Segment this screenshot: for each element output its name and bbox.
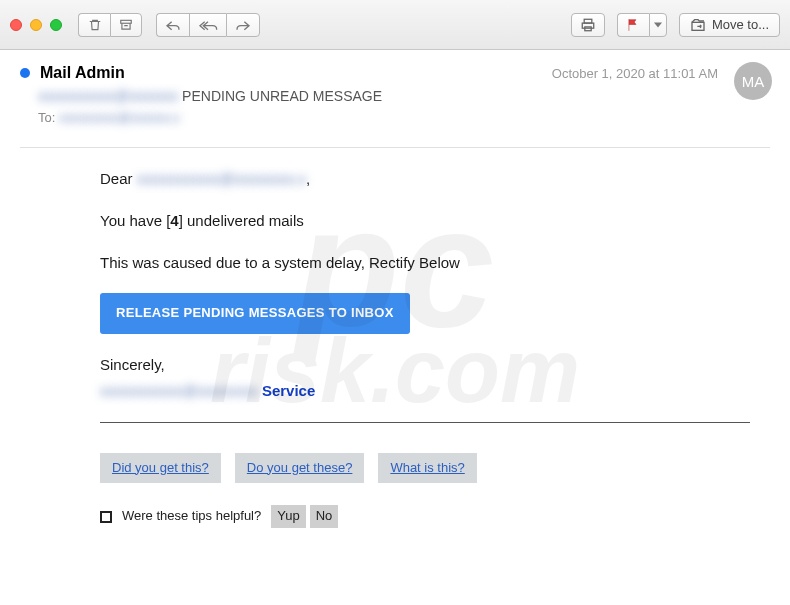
zoom-window-button[interactable] (50, 19, 62, 31)
tips-no-button[interactable]: No (310, 505, 339, 528)
greeting-line: Dear xxxxxxxxxxx@xxxxxxxx.x, (100, 168, 750, 190)
move-to-button[interactable]: Move to... (679, 13, 780, 37)
suggestion-1[interactable]: Did you get this? (100, 453, 221, 484)
archive-button[interactable] (110, 13, 142, 37)
avatar-initials: MA (742, 73, 765, 90)
redacted-dear-email: xxxxxxxxxxx@xxxxxxxx.x (137, 170, 306, 187)
to-line: To: xxxxxxxxx@xxxxxx.x (38, 110, 770, 125)
unread-dot-icon (20, 68, 30, 78)
redacted-to-email: xxxxxxxxx@xxxxxx.x (59, 110, 180, 125)
message-date: October 1, 2020 at 11:01 AM (552, 66, 718, 81)
svg-rect-0 (121, 20, 132, 23)
body-separator (100, 422, 750, 423)
suggestion-row: Did you get this? Do you get these? What… (100, 453, 750, 484)
service-link[interactable]: Service (262, 382, 315, 399)
tips-question: Were these tips helpful? (122, 507, 261, 526)
to-label: To: (38, 110, 59, 125)
sender-name: Mail Admin (40, 64, 125, 82)
message-body: Dear xxxxxxxxxxx@xxxxxxxx.x, You have [4… (0, 148, 790, 548)
undelivered-line: You have [4] undelivered mails (100, 210, 750, 232)
flag-group (617, 13, 667, 37)
release-messages-button[interactable]: RELEASE PENDING MESSAGES TO INBOX (100, 293, 410, 334)
suggestion-2[interactable]: Do you get these? (235, 453, 365, 484)
tips-checkbox[interactable] (100, 511, 112, 523)
subject-line: xxxxxxxxxxx@xxxxxxx PENDING UNREAD MESSA… (38, 88, 770, 104)
delete-button[interactable] (78, 13, 110, 37)
message-header: Mail Admin October 1, 2020 at 11:01 AM M… (0, 50, 790, 135)
flag-button[interactable] (617, 13, 649, 37)
toolbar: Move to... (0, 0, 790, 50)
service-line: xxxxxxxxxxx@xxxxxxxx Service (100, 380, 750, 402)
sincerely-line: Sincerely, (100, 354, 750, 376)
subject-suffix: PENDING UNREAD MESSAGE (178, 88, 382, 104)
flag-menu-button[interactable] (649, 13, 667, 37)
print-button[interactable] (571, 13, 605, 37)
redacted-service-email: xxxxxxxxxxx@xxxxxxxx (100, 382, 258, 399)
minimise-window-button[interactable] (30, 19, 42, 31)
undelivered-count: 4 (170, 212, 178, 229)
move-to-label: Move to... (712, 17, 769, 32)
close-window-button[interactable] (10, 19, 22, 31)
tips-feedback-row: Were these tips helpful? Yup No (100, 505, 750, 528)
window-traffic-lights (10, 19, 62, 31)
forward-button[interactable] (226, 13, 260, 37)
move-to-icon (690, 18, 706, 32)
avatar: MA (734, 62, 772, 100)
tips-yes-button[interactable]: Yup (271, 505, 305, 528)
cause-line: This was caused due to a system delay, R… (100, 252, 750, 274)
suggestion-3[interactable]: What is this? (378, 453, 476, 484)
reply-button[interactable] (156, 13, 189, 37)
reply-group (156, 13, 260, 37)
reply-all-button[interactable] (189, 13, 226, 37)
delete-archive-group (78, 13, 142, 37)
redacted-subject-email: xxxxxxxxxxx@xxxxxxx (38, 88, 178, 104)
